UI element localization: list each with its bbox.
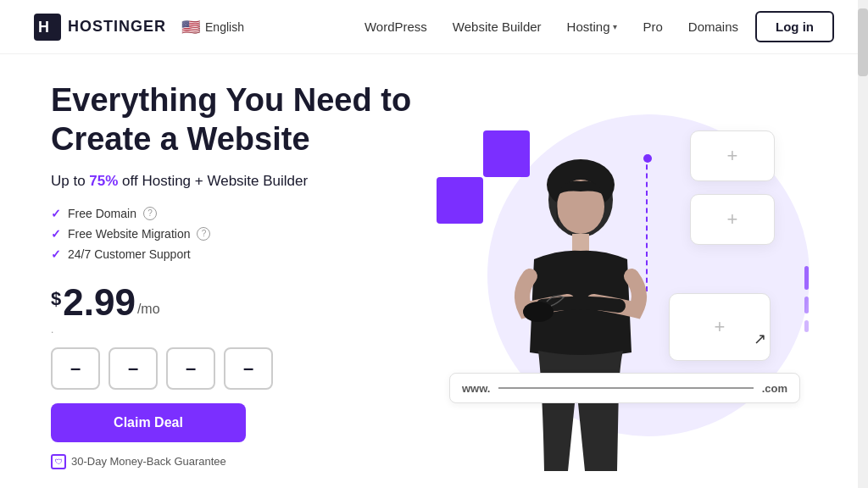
svg-point-5 xyxy=(523,302,554,322)
chevron-down-icon: ▾ xyxy=(613,22,617,31)
feature-domain: ✓ Free Domain ? xyxy=(51,207,415,220)
cursor-icon: ↗ xyxy=(754,330,766,348)
woman-figure xyxy=(492,149,670,471)
bars-decoration xyxy=(804,266,809,332)
info-icon-migration[interactable]: ? xyxy=(197,227,210,241)
domain-line xyxy=(498,387,753,389)
nav-item-domains[interactable]: Domains xyxy=(688,19,738,35)
claim-deal-button[interactable]: Claim Deal xyxy=(51,403,246,442)
login-button[interactable]: Log in xyxy=(755,11,834,42)
shield-icon: 🛡 xyxy=(51,454,66,469)
plus-icon: + xyxy=(715,316,726,338)
info-icon-domain[interactable]: ? xyxy=(143,207,157,220)
nav-item-pro[interactable]: Pro xyxy=(643,19,662,35)
countdown-timer: – – – – xyxy=(51,347,415,390)
hero-illustration: + + + xyxy=(415,80,817,471)
scrollbar-thumb[interactable] xyxy=(858,8,868,76)
plus-icon: + xyxy=(727,208,738,230)
svg-rect-4 xyxy=(572,234,589,252)
navbar: H HOSTINGER 🇺🇸 English WordPress Website… xyxy=(0,0,868,54)
language-label: English xyxy=(205,20,244,34)
language-selector[interactable]: 🇺🇸 English xyxy=(181,18,244,36)
ui-card-large: + xyxy=(669,293,771,361)
feature-migration: ✓ Free Website Migration ? xyxy=(51,227,415,241)
price-display: $ 2.99 /mo xyxy=(51,281,415,324)
check-icon: ✓ xyxy=(51,247,61,261)
timer-box-3: – xyxy=(166,347,215,390)
hero-subtitle: Up to 75% off Hosting + Website Builder xyxy=(51,173,415,190)
domain-bar[interactable]: www. .com xyxy=(449,373,800,403)
svg-text:H: H xyxy=(38,19,49,36)
hero-left: Everything You Need to Create a Website … xyxy=(51,81,415,469)
money-back-guarantee: 🛡 30-Day Money-Back Guarantee xyxy=(51,454,415,469)
check-icon: ✓ xyxy=(51,207,61,220)
plus-icon: + xyxy=(727,145,738,167)
original-price: . xyxy=(51,324,415,336)
check-icon: ✓ xyxy=(51,227,61,241)
brand-name: HOSTINGER xyxy=(68,18,166,36)
flag-icon: 🇺🇸 xyxy=(181,18,200,36)
timer-box-2: – xyxy=(108,347,158,390)
domain-www-text: www. xyxy=(462,382,490,395)
domain-com-text: .com xyxy=(762,382,787,395)
ui-card-mid-right: + xyxy=(690,194,775,245)
hero-title: Everything You Need to Create a Website xyxy=(51,81,415,158)
purple-square-2 xyxy=(437,177,483,224)
bar-2 xyxy=(804,297,809,313)
feature-support: ✓ 24/7 Customer Support xyxy=(51,247,415,261)
features-list: ✓ Free Domain ? ✓ Free Website Migration… xyxy=(51,207,415,261)
price-section: $ 2.99 /mo . xyxy=(51,281,415,336)
bar-3 xyxy=(804,320,809,332)
timer-box-4: – xyxy=(224,347,273,390)
main-content: Everything You Need to Create a Website … xyxy=(0,54,868,488)
ui-card-top-right: + xyxy=(690,130,775,181)
nav-item-hosting[interactable]: Hosting ▾ xyxy=(567,19,618,34)
nav-item-wordpress[interactable]: WordPress xyxy=(364,19,427,35)
timer-box-1: – xyxy=(51,347,100,390)
logo[interactable]: H HOSTINGER xyxy=(34,14,166,41)
bar-1 xyxy=(804,266,809,290)
nav-links: WordPress Website Builder Hosting ▾ Pro … xyxy=(364,19,738,35)
scrollbar[interactable] xyxy=(858,0,868,488)
nav-item-website-builder[interactable]: Website Builder xyxy=(453,19,542,35)
